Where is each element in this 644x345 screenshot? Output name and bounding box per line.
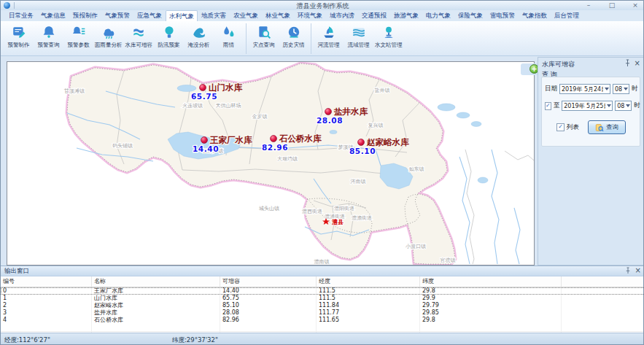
table-row-empty [1, 324, 644, 332]
menu-tab-16[interactable]: 雷电预警 [486, 10, 519, 21]
table-cell: 山门水库 [92, 295, 220, 302]
table-cell: 29.8 [420, 287, 562, 295]
reservoir-dot-icon[interactable] [201, 137, 208, 144]
map-canvas[interactable]: 甘溪滩镇火连坡镇天供山林场金罗镇码头铺镇王家厂镇盐井镇复兴镇梦溪镇大堰垱镇涔南镇… [7, 62, 534, 265]
longitude-readout: 经度:112°6'27" [4, 336, 50, 345]
table-row[interactable]: 3盐井水库28.08111.7729.85 [1, 309, 644, 317]
table-cell: 4 [1, 317, 92, 324]
disaster-query-button[interactable]: 灾点查询 [249, 23, 279, 49]
hour-unit-label: 时 [632, 85, 638, 93]
pin-icon[interactable] [624, 59, 632, 67]
menu-tab-3[interactable]: 预报制作 [69, 10, 101, 21]
table-cell-empty [220, 324, 317, 331]
reservoir-capacity-button[interactable]: 水库可增容 [124, 23, 155, 49]
reservoir-name: 山门水库 [209, 82, 243, 93]
start-hour-select[interactable]: 08 [613, 84, 629, 94]
table-row[interactable]: 4石公桥水库82.96111.6529.8 [1, 317, 644, 324]
table-row[interactable]: 2赵家峪水库85.10111.8429.79 [1, 302, 644, 309]
end-hour-select[interactable]: 08 [615, 101, 632, 111]
column-header[interactable]: 编号 [1, 276, 92, 287]
query-form: 日期 2019年 5月24日 08 时 ✓ 至 2019年 5月25日 [541, 77, 640, 147]
history-disaster-button[interactable]: 历史灾情 [279, 23, 309, 49]
end-date-select[interactable]: 2019年 5月25日 [562, 101, 613, 111]
minimize-button[interactable]: – [583, 1, 594, 10]
menu-tab-7[interactable]: 地质灾害 [198, 10, 230, 21]
town-label: 澧南镇 [314, 259, 330, 265]
table-cell: 3 [1, 309, 92, 317]
reservoir-dot-icon[interactable] [200, 85, 206, 91]
side-panel: 水库可增容 × 查 询 日期 2019年 5月24日 08 时 [538, 57, 644, 265]
title-bar: 澧县业务制作系统 – □ × [1, 1, 644, 11]
table-cell: 29.9 [420, 295, 562, 302]
table-row[interactable]: 1山门水库65.75111.529.9 [1, 295, 644, 302]
close-icon[interactable]: × [635, 60, 640, 67]
basin-manage-button[interactable]: 流域管理 [344, 23, 373, 49]
town-label: 复兴镇 [368, 123, 384, 128]
flood-plan-button[interactable]: 防汛预案 [154, 23, 184, 49]
inundation-button[interactable]: 淹没分析 [184, 23, 214, 49]
start-date-select[interactable]: 2019年 5月24日 [559, 84, 610, 94]
table-cell: 29.79 [420, 302, 562, 309]
to-checkbox[interactable]: ✓ [545, 102, 551, 110]
hydro-station-button[interactable]: 水文站管理 [373, 23, 404, 49]
menu-tab-18[interactable]: 后台管理 [551, 10, 583, 21]
history-disaster-icon [287, 25, 301, 39]
menu-tab-5[interactable]: 应急气象 [133, 10, 166, 21]
ribbon-toolbar: 预警制作预警查询预警参数面雨量分析水库可增容防汛预案淹没分析雨情灾点查询历史灾情… [1, 21, 644, 56]
table-cell-empty [1, 324, 92, 331]
table-cell-empty [92, 324, 220, 331]
close-button[interactable]: × [630, 1, 640, 10]
menu-tab-4[interactable]: 气象预警 [101, 10, 133, 21]
reservoir-capacity-icon [131, 25, 146, 39]
column-header[interactable]: 纬度 [420, 276, 562, 287]
menu-tab-10[interactable]: 环境气象 [294, 10, 326, 21]
menu-tab-13[interactable]: 旅游气象 [390, 10, 422, 21]
menu-tab-1[interactable]: 日常业务 [5, 10, 37, 21]
toolbar-separator [311, 23, 311, 54]
inundation-icon [192, 25, 206, 39]
menu-tab-9[interactable]: 林业气象 [262, 10, 294, 21]
menu-tab-17[interactable]: 气象指数 [519, 10, 551, 21]
menu-tab-8[interactable]: 农业气象 [230, 10, 262, 21]
menu-tab-6[interactable]: 水利气象 [166, 10, 198, 21]
table-row[interactable]: 0王家厂水库14.40111.529.8 [1, 287, 644, 295]
close-icon[interactable]: × [635, 267, 641, 274]
output-title: 输出窗口 [4, 267, 29, 274]
town-label: 大堰垱镇 [277, 156, 298, 162]
column-header[interactable]: 名称 [92, 276, 220, 287]
town-label: 城头山镇 [258, 206, 279, 212]
menu-tab-2[interactable]: 气象信息 [37, 10, 69, 21]
table-cell: 盐井水库 [92, 309, 220, 317]
app-window: 澧县业务制作系统 – □ × 日常业务气象信息预报制作气象预警应急气象水利气象地… [0, 0, 644, 345]
reservoir-dot-icon[interactable] [358, 139, 365, 146]
menu-tab-15[interactable]: 保险气象 [454, 10, 486, 21]
alert-param-button[interactable]: 预警参数 [63, 23, 93, 49]
menu-tab-12[interactable]: 交通预报 [358, 10, 390, 21]
table-cell: 29.8 [420, 317, 562, 324]
table-cell: 1 [1, 295, 92, 302]
flood-plan-icon [162, 25, 176, 39]
town-label: 如东镇 [409, 166, 424, 172]
column-header[interactable]: 可增容 [220, 276, 317, 287]
table-cell: 赵家峪水库 [92, 302, 220, 309]
list-label: 列表 [567, 123, 579, 132]
reservoir-dot-icon[interactable] [271, 136, 277, 142]
column-header[interactable]: 经度 [317, 276, 420, 287]
menu-tab-14[interactable]: 电力气象 [422, 10, 454, 21]
query-button[interactable]: 查询 [588, 120, 626, 134]
river-manage-button[interactable]: 河流管理 [314, 23, 344, 49]
alert-make-button[interactable]: 预警制作 [4, 23, 34, 49]
pin-icon[interactable] [624, 267, 632, 274]
menu-tab-11[interactable]: 城市内涝 [326, 10, 358, 21]
alert-query-button[interactable]: 预警查询 [34, 23, 63, 49]
table-cell: 111.84 [317, 302, 420, 309]
rain-button[interactable]: 雨情 [214, 23, 244, 49]
town-label: 澧阳街道 [334, 206, 354, 212]
maximize-button[interactable]: □ [607, 1, 617, 10]
table-cell: 65.75 [220, 295, 317, 302]
area-rain-button[interactable]: 面雨量分析 [93, 23, 124, 49]
reservoir-dot-icon[interactable] [325, 109, 332, 115]
table-cell: 85.10 [220, 302, 317, 309]
town-label: 金罗镇 [252, 114, 268, 120]
list-checkbox[interactable]: ✓ [556, 123, 565, 131]
